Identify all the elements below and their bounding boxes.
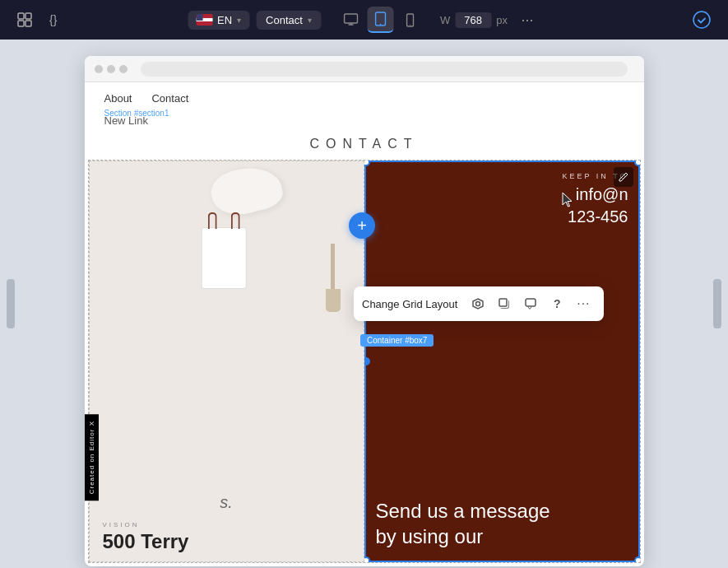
browser-dots — [95, 65, 128, 73]
desktop-device-btn[interactable] — [338, 7, 364, 33]
browser-dot-yellow — [107, 65, 115, 73]
editor-badge: Created on Editor X — [85, 414, 99, 500]
left-column: s. VISION 500 Terry — [89, 161, 364, 562]
code-icon[interactable]: {} — [46, 8, 69, 31]
nav-about[interactable]: About — [104, 92, 132, 105]
nav-contact[interactable]: Contact — [151, 92, 188, 105]
svg-point-11 — [410, 24, 410, 25]
grid-icon[interactable] — [13, 8, 36, 31]
page-selector[interactable]: Contact ▾ — [256, 11, 322, 30]
device-switcher — [338, 7, 424, 33]
toolbar-right — [689, 7, 715, 33]
send-message-block: Send us a message by using our — [376, 498, 628, 549]
handle-bottom-left[interactable] — [364, 556, 370, 562]
more-options-btn[interactable]: ··· — [571, 291, 596, 316]
grid-toolbar-popup: Change Grid Layout ? ··· — [354, 286, 604, 321]
svg-text:{}: {} — [49, 13, 58, 26]
svg-rect-5 — [345, 14, 358, 23]
width-control: W px — [440, 12, 508, 28]
canvas-wrapper: About Contact Section #section1 New Link… — [0, 40, 728, 568]
grid-toolbar-label: Change Grid Layout — [362, 298, 457, 310]
svg-rect-2 — [18, 21, 24, 26]
vision-label: VISION — [103, 521, 140, 528]
handle-mid-left[interactable] — [364, 357, 370, 365]
contact-email: info@n — [364, 180, 640, 204]
svg-point-9 — [380, 24, 382, 26]
lang-chevron: ▾ — [237, 16, 241, 25]
flag-icon — [196, 14, 212, 26]
comment-btn[interactable] — [518, 291, 543, 316]
svg-rect-8 — [376, 12, 386, 26]
svg-rect-18 — [526, 299, 536, 306]
grid-settings-btn[interactable] — [466, 291, 490, 316]
browser-dot-green — [119, 65, 128, 73]
keep-in-touch-label: KEEP IN TO — [364, 161, 640, 180]
duplicate-btn[interactable] — [492, 291, 517, 316]
svg-rect-3 — [26, 21, 31, 26]
svg-rect-1 — [26, 13, 31, 19]
send-message-text: Send us a message by using our — [376, 498, 628, 549]
svg-point-12 — [693, 12, 710, 28]
site-nav: About Contact Section #section1 — [85, 82, 644, 114]
publish-btn[interactable] — [689, 7, 715, 33]
svg-rect-0 — [18, 13, 24, 19]
language-selector[interactable]: EN ▾ — [188, 11, 249, 30]
browser-url-bar[interactable] — [141, 62, 628, 77]
page-chevron: ▾ — [308, 16, 312, 25]
width-input[interactable] — [455, 12, 491, 28]
width-unit: px — [496, 14, 508, 26]
svg-point-14 — [476, 302, 480, 306]
browser-chrome — [85, 56, 644, 82]
toolbar-left: {} — [13, 8, 69, 31]
left-resize-handle[interactable] — [7, 279, 15, 328]
shoe-decoration — [211, 168, 285, 226]
section-label: Section #section1 — [104, 109, 169, 118]
brand-letter: s. — [220, 493, 233, 512]
container-tag[interactable]: Container #box7 — [360, 334, 434, 347]
right-resize-handle[interactable] — [713, 279, 721, 328]
vase-decoration — [326, 244, 341, 312]
bag-decoration — [202, 227, 247, 289]
svg-marker-13 — [473, 299, 483, 309]
tablet-device-btn[interactable] — [368, 7, 394, 33]
toolbar-more-btn[interactable]: ··· — [514, 7, 540, 33]
page-label: Contact — [266, 14, 303, 26]
handle-bottom-right[interactable] — [634, 556, 640, 562]
add-section-btn[interactable]: + — [349, 212, 375, 239]
edit-btn[interactable] — [614, 167, 633, 187]
address-number: 500 Terry — [103, 530, 189, 553]
help-btn[interactable]: ? — [545, 291, 569, 316]
contact-phone: 123-456 — [364, 204, 640, 226]
contact-heading: CONTACT — [85, 132, 644, 160]
browser-dot-red — [95, 65, 103, 73]
width-w-label: W — [440, 14, 450, 26]
mobile-device-btn[interactable] — [397, 7, 424, 33]
right-column: KEEP IN TO info@n 123-456 Send us a mess… — [364, 161, 640, 562]
toolbar-center: EN ▾ Contact ▾ — [188, 7, 540, 33]
lang-label: EN — [217, 14, 232, 26]
main-toolbar: {} EN ▾ Contact ▾ — [0, 0, 728, 40]
